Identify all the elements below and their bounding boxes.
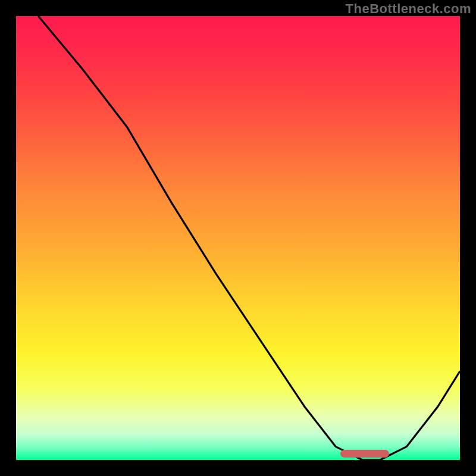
curve-layer [16,16,460,460]
watermark-text: TheBottleneck.com [346,1,471,17]
plot-area [16,16,460,460]
bottleneck-curve [38,16,460,460]
optimal-range-marker [340,450,389,458]
chart-frame: TheBottleneck.com [0,0,476,476]
